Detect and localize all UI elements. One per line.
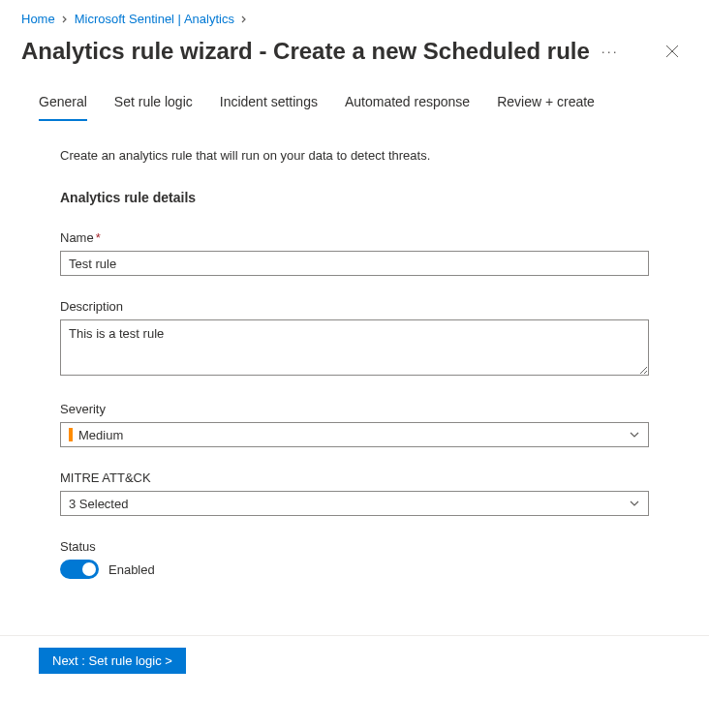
close-icon	[665, 45, 679, 58]
intro-text: Create an analytics rule that will run o…	[60, 148, 649, 163]
tab-review-create[interactable]: Review + create	[497, 84, 595, 121]
name-input[interactable]	[60, 251, 649, 276]
chevron-down-icon	[629, 498, 640, 509]
severity-color-bar	[69, 428, 73, 441]
field-name: Name*	[60, 230, 649, 276]
tab-automated-response[interactable]: Automated response	[345, 84, 470, 121]
field-status: Status Enabled	[60, 539, 649, 579]
name-label-text: Name	[60, 230, 94, 245]
breadcrumb: Home Microsoft Sentinel | Analytics	[0, 0, 709, 34]
tab-set-rule-logic[interactable]: Set rule logic	[114, 84, 193, 121]
page-title: Analytics rule wizard - Create a new Sch…	[21, 38, 590, 65]
field-severity: Severity Medium	[60, 402, 649, 447]
status-label: Status	[60, 539, 649, 554]
chevron-right-icon	[61, 14, 69, 25]
toggle-thumb	[82, 562, 96, 576]
status-toggle[interactable]	[60, 560, 99, 579]
next-button[interactable]: Next : Set rule logic >	[39, 648, 186, 674]
mitre-value: 3 Selected	[69, 497, 128, 511]
status-value: Enabled	[108, 562, 155, 577]
chevron-down-icon	[629, 429, 640, 440]
mitre-label: MITRE ATT&CK	[60, 470, 649, 485]
close-button[interactable]	[657, 36, 688, 67]
footer: Next : Set rule logic >	[0, 635, 709, 685]
field-mitre: MITRE ATT&CK 3 Selected	[60, 470, 649, 516]
description-label: Description	[60, 299, 649, 314]
field-description: Description This is a test rule	[60, 299, 649, 379]
mitre-select[interactable]: 3 Selected	[60, 491, 649, 516]
tab-general[interactable]: General	[39, 84, 87, 121]
severity-select[interactable]: Medium	[60, 422, 649, 447]
name-label: Name*	[60, 230, 649, 245]
chevron-right-icon	[240, 14, 248, 25]
section-title: Analytics rule details	[60, 190, 649, 205]
description-input[interactable]: This is a test rule	[60, 319, 649, 376]
tab-incident-settings[interactable]: Incident settings	[220, 84, 318, 121]
content-area: Create an analytics rule that will run o…	[0, 148, 709, 579]
severity-value: Medium	[78, 428, 123, 442]
more-icon[interactable]: ···	[601, 44, 619, 59]
required-indicator: *	[96, 230, 101, 245]
status-toggle-row: Enabled	[60, 560, 649, 579]
tabs: General Set rule logic Incident settings…	[0, 84, 709, 121]
title-row: Analytics rule wizard - Create a new Sch…	[0, 34, 709, 84]
breadcrumb-home[interactable]: Home	[21, 12, 55, 26]
severity-label: Severity	[60, 402, 649, 416]
breadcrumb-sentinel[interactable]: Microsoft Sentinel | Analytics	[75, 12, 234, 26]
